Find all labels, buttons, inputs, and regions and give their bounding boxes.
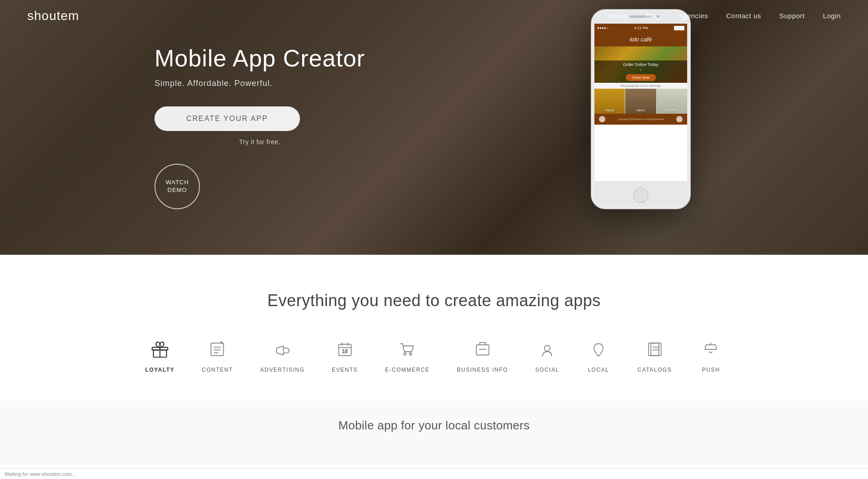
phone-food-image: Order Online Today ∨ Order Now bbox=[594, 46, 687, 83]
phone-menu-about[interactable]: About bbox=[594, 89, 625, 114]
phone-outer: ●●●●○ 4:21 PM ████ lolo café Order Onlin… bbox=[591, 9, 691, 209]
svg-rect-2 bbox=[211, 343, 224, 356]
nav-link-pricing[interactable]: Pricing bbox=[605, 12, 627, 20]
hero-content: Mobile App Creator Simple. Affordable. P… bbox=[155, 45, 365, 209]
logo[interactable]: shoutem bbox=[27, 9, 79, 23]
features-section: Everything you need to create amazing ap… bbox=[0, 255, 868, 400]
ecommerce-icon bbox=[395, 338, 419, 361]
phone-copyright: Copyright 2013 loloernet, All Rights Res… bbox=[618, 118, 664, 121]
catalogs-label: CATALOGS bbox=[638, 367, 672, 373]
svg-rect-18 bbox=[649, 343, 659, 356]
catalogs-icon bbox=[643, 338, 667, 361]
local-label: LOCAL bbox=[588, 367, 609, 373]
hero-title: Mobile App Creator bbox=[155, 45, 365, 71]
feature-item-content[interactable]: CONTENT bbox=[202, 338, 233, 373]
phone-order-arrow: ∨ bbox=[597, 68, 684, 71]
features-title: Everything you need to create amazing ap… bbox=[0, 291, 868, 310]
svg-rect-14 bbox=[479, 343, 485, 345]
watch-demo-label: WATCHDEMO bbox=[165, 179, 189, 194]
loyalty-label: LOYALTY bbox=[145, 367, 175, 373]
feature-item-events[interactable]: 16EVENTS bbox=[332, 338, 358, 373]
loyalty-icon bbox=[148, 338, 172, 361]
phone-menu-grid: About Menu Events bbox=[594, 89, 687, 114]
businessinfo-label: BUSINESS INFO bbox=[457, 367, 508, 373]
nav-link-support[interactable]: Support bbox=[779, 12, 805, 20]
push-icon bbox=[699, 338, 723, 361]
phone-mockup: ●●●●○ 4:21 PM ████ lolo café Order Onlin… bbox=[591, 9, 691, 209]
main-nav: shoutem PricingBlogAgenciesContact usSup… bbox=[0, 0, 868, 32]
svg-point-11 bbox=[404, 353, 406, 355]
advertising-label: ADVERTISING bbox=[260, 367, 305, 373]
social-icon bbox=[535, 338, 559, 361]
phone-order-overlay: Order Online Today ∨ Order Now bbox=[594, 61, 687, 83]
nav-link-blog[interactable]: Blog bbox=[645, 12, 660, 20]
feature-item-catalogs[interactable]: CATALOGS bbox=[638, 338, 672, 373]
events-label: EVENTS bbox=[332, 367, 358, 373]
phone-home-button[interactable] bbox=[633, 187, 649, 203]
feature-item-local[interactable]: LOCAL bbox=[587, 338, 610, 373]
feature-item-businessinfo[interactable]: BUSINESS INFO bbox=[457, 338, 508, 373]
try-free-text: Try it for free. bbox=[155, 138, 365, 146]
content-icon bbox=[205, 338, 229, 361]
svg-rect-13 bbox=[476, 345, 489, 355]
svg-point-12 bbox=[409, 353, 412, 355]
feature-item-ecommerce[interactable]: E-COMMERCE bbox=[385, 338, 429, 373]
phone-menu-label: Most popular menu offerings bbox=[594, 83, 687, 89]
businessinfo-icon bbox=[471, 338, 494, 361]
phone-footer-phone-icon bbox=[599, 116, 605, 122]
local-icon bbox=[587, 338, 610, 361]
nav-link-contact[interactable]: Contact us bbox=[726, 12, 761, 20]
phone-menu-events[interactable]: Events bbox=[657, 89, 687, 114]
events-icon: 16 bbox=[333, 338, 357, 361]
svg-text:16: 16 bbox=[342, 348, 348, 354]
svg-point-17 bbox=[596, 346, 601, 351]
phone-order-title: Order Online Today bbox=[597, 62, 684, 67]
phone-menu-menu[interactable]: Menu bbox=[625, 89, 656, 114]
svg-rect-19 bbox=[651, 343, 661, 356]
phone-order-button[interactable]: Order Now bbox=[626, 74, 656, 81]
feature-item-loyalty[interactable]: LOYALTY bbox=[145, 338, 175, 373]
feature-item-social[interactable]: SOCIAL bbox=[535, 338, 559, 373]
content-label: CONTENT bbox=[202, 367, 233, 373]
advertising-icon bbox=[270, 338, 294, 361]
next-section-title: Mobile app for your local customers bbox=[0, 418, 868, 433]
next-section: Mobile app for your local customers bbox=[0, 400, 868, 464]
feature-item-advertising[interactable]: ADVERTISING bbox=[260, 338, 305, 373]
nav-link-login[interactable]: Login bbox=[823, 12, 841, 20]
phone-screen: ●●●●○ 4:21 PM ████ lolo café Order Onlin… bbox=[594, 24, 687, 181]
nav-link-agencies[interactable]: Agencies bbox=[678, 12, 708, 20]
phone-app-name: lolo café bbox=[630, 36, 652, 43]
push-label: PUSH bbox=[702, 367, 720, 373]
phone-app-header: lolo café bbox=[594, 32, 687, 46]
watch-demo-button[interactable]: WATCHDEMO bbox=[155, 164, 200, 209]
feature-item-push[interactable]: PUSH bbox=[699, 338, 723, 373]
create-app-button[interactable]: CREATE YOUR APP bbox=[155, 106, 300, 131]
hero-section: Mobile App Creator Simple. Affordable. P… bbox=[0, 0, 868, 255]
phone-footer-share-icon bbox=[676, 116, 683, 122]
hero-subtitle: Simple. Affordable. Powerful. bbox=[155, 79, 365, 88]
hero-overlay bbox=[0, 0, 868, 255]
ecommerce-label: E-COMMERCE bbox=[385, 367, 429, 373]
social-label: SOCIAL bbox=[535, 367, 559, 373]
phone-app-footer: Copyright 2013 loloernet, All Rights Res… bbox=[594, 114, 687, 125]
nav-links: PricingBlogAgenciesContact usSupportLogi… bbox=[605, 12, 841, 20]
svg-point-16 bbox=[544, 345, 550, 351]
features-grid: LOYALTYCONTENTADVERTISING16EVENTSE-COMME… bbox=[0, 338, 868, 373]
